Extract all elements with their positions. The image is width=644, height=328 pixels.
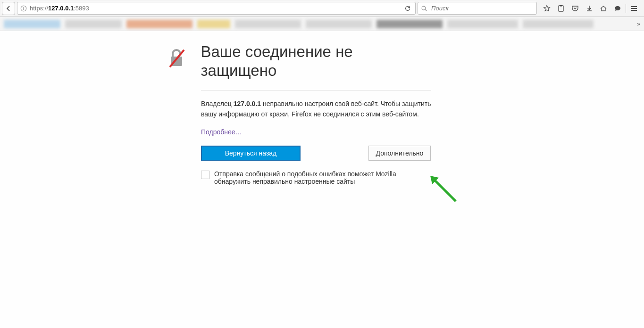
desc-host: 127.0.0.1 xyxy=(234,100,261,107)
desc-pre: Владелец xyxy=(201,100,234,107)
star-icon xyxy=(543,5,551,12)
bookmark-item[interactable] xyxy=(235,20,301,28)
divider xyxy=(201,90,431,90)
svg-line-4 xyxy=(425,9,427,11)
go-back-button[interactable]: Вернуться назад xyxy=(201,146,301,161)
separator xyxy=(626,4,626,13)
chat-icon xyxy=(614,5,621,12)
bookmark-item[interactable] xyxy=(197,20,230,28)
search-bar[interactable] xyxy=(418,2,537,15)
error-card: Ваше соединение не защищено Владелец 127… xyxy=(167,42,431,185)
back-arrow-icon xyxy=(5,5,12,12)
bookmarks-overflow-button[interactable]: » xyxy=(637,21,640,27)
library-button[interactable] xyxy=(554,2,568,15)
advanced-button[interactable]: Дополнительно xyxy=(368,146,431,161)
browser-toolbar: https://127.0.0.1:5893 xyxy=(0,0,644,17)
home-icon xyxy=(600,5,607,12)
bookmark-item[interactable] xyxy=(306,20,372,28)
reload-icon xyxy=(404,5,411,12)
bookmark-item[interactable] xyxy=(126,20,192,28)
bookmark-star-button[interactable] xyxy=(540,2,554,15)
home-button[interactable] xyxy=(596,2,611,15)
info-icon xyxy=(20,5,27,12)
error-title: Ваше соединение не защищено xyxy=(201,42,431,80)
menu-button[interactable] xyxy=(627,2,641,15)
insecure-lock-icon xyxy=(167,47,188,70)
hamburger-icon xyxy=(630,5,638,12)
bookmark-item[interactable] xyxy=(65,20,122,28)
reload-button[interactable] xyxy=(403,4,412,13)
bookmark-item[interactable] xyxy=(523,20,594,28)
report-label: Отправка сообщений о подобных ошибках по… xyxy=(214,170,417,185)
page-content: Ваше соединение не защищено Владелец 127… xyxy=(0,31,644,328)
svg-point-3 xyxy=(422,6,426,10)
chat-button[interactable] xyxy=(611,2,625,15)
clipboard-icon xyxy=(557,5,565,12)
report-checkbox[interactable] xyxy=(201,171,209,179)
url-host: 127.0.0.1 xyxy=(48,5,74,12)
search-input[interactable] xyxy=(430,4,534,12)
svg-rect-2 xyxy=(23,8,24,10)
url-port: :5893 xyxy=(74,5,89,12)
bookmarks-bar: » xyxy=(0,17,644,31)
annotation-arrow-icon xyxy=(428,174,461,207)
error-description: Владелец 127.0.0.1 неправильно настроил … xyxy=(201,99,431,119)
url-bar[interactable]: https://127.0.0.1:5893 xyxy=(17,2,416,15)
url-text: https://127.0.0.1:5893 xyxy=(30,5,89,12)
downloads-button[interactable] xyxy=(582,2,596,15)
url-scheme: https:// xyxy=(30,5,48,12)
search-icon xyxy=(421,5,427,12)
svg-rect-5 xyxy=(559,6,563,11)
download-icon xyxy=(585,5,593,12)
bookmark-item[interactable] xyxy=(4,20,60,28)
svg-rect-6 xyxy=(560,5,562,7)
bookmark-item[interactable] xyxy=(447,20,518,28)
bookmark-item[interactable] xyxy=(376,20,443,28)
back-button[interactable] xyxy=(2,2,15,15)
pocket-button[interactable] xyxy=(568,2,582,15)
pocket-icon xyxy=(571,5,579,12)
toolbar-icons xyxy=(539,2,642,15)
learn-more-link[interactable]: Подробнее… xyxy=(201,128,242,136)
svg-point-1 xyxy=(23,7,24,8)
